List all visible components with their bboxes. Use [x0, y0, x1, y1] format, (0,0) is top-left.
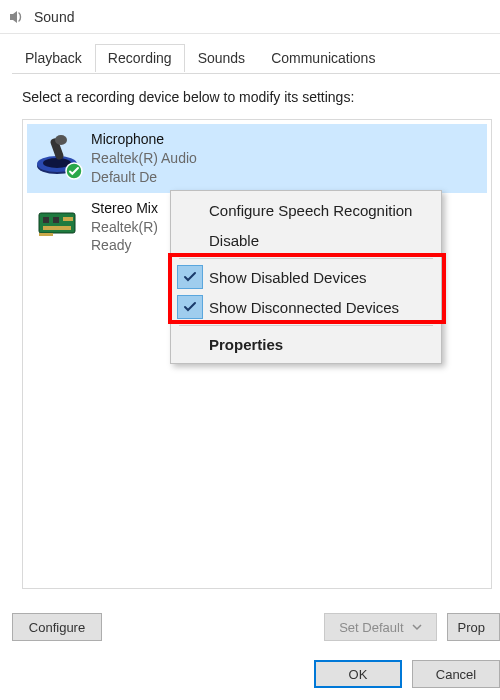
- cancel-button[interactable]: Cancel: [412, 660, 500, 688]
- ctx-check-placeholder: [177, 332, 203, 356]
- device-status: Default De: [91, 168, 197, 187]
- ctx-check-placeholder: [177, 198, 203, 222]
- microphone-icon: [33, 130, 81, 178]
- ctx-configure-speech[interactable]: Configure Speech Recognition: [173, 195, 439, 225]
- svg-rect-9: [53, 217, 59, 223]
- device-driver: Realtek(R) Audio: [91, 149, 197, 168]
- window-title: Sound: [34, 9, 74, 25]
- device-text: Microphone Realtek(R) Audio Default De: [91, 130, 197, 187]
- ctx-separator: [179, 258, 433, 259]
- soundcard-icon: [33, 199, 81, 247]
- svg-rect-11: [43, 226, 71, 230]
- device-text: Stereo Mix Realtek(R) Ready: [91, 199, 158, 256]
- properties-button[interactable]: Prop: [447, 613, 500, 641]
- check-icon: [177, 295, 203, 319]
- device-name: Microphone: [91, 130, 197, 149]
- ok-button[interactable]: OK: [314, 660, 402, 688]
- title-bar: Sound: [0, 0, 500, 34]
- dialog-buttons: OK Cancel: [314, 660, 500, 688]
- svg-rect-10: [63, 217, 73, 221]
- set-default-button[interactable]: Set Default: [324, 613, 436, 641]
- check-badge-icon: [65, 162, 83, 180]
- check-icon: [177, 265, 203, 289]
- chevron-down-icon: [412, 622, 422, 632]
- ctx-show-disconnected[interactable]: Show Disconnected Devices: [173, 292, 439, 322]
- device-name: Stereo Mix: [91, 199, 158, 218]
- device-buttons-row: Configure Set Default Prop: [12, 610, 500, 644]
- svg-rect-12: [39, 233, 53, 236]
- ctx-disable[interactable]: Disable: [173, 225, 439, 255]
- speaker-icon: [8, 8, 26, 26]
- tab-communications[interactable]: Communications: [258, 44, 388, 72]
- instruction-text: Select a recording device below to modif…: [22, 89, 492, 105]
- ctx-properties[interactable]: Properties: [173, 329, 439, 359]
- tab-sounds[interactable]: Sounds: [185, 44, 258, 72]
- device-item-microphone[interactable]: Microphone Realtek(R) Audio Default De: [27, 124, 487, 193]
- tab-playback[interactable]: Playback: [12, 44, 95, 72]
- configure-button[interactable]: Configure: [12, 613, 102, 641]
- tab-recording[interactable]: Recording: [95, 44, 185, 72]
- svg-point-4: [55, 135, 67, 145]
- device-status: Ready: [91, 236, 158, 255]
- ctx-separator: [179, 325, 433, 326]
- svg-rect-8: [43, 217, 49, 223]
- sound-dialog: Sound Playback Recording Sounds Communic…: [0, 0, 500, 700]
- tab-underline: [12, 73, 500, 74]
- tab-strip: Playback Recording Sounds Communications: [12, 44, 500, 72]
- context-menu: Configure Speech Recognition Disable Sho…: [170, 190, 442, 364]
- ctx-check-placeholder: [177, 228, 203, 252]
- ctx-show-disabled[interactable]: Show Disabled Devices: [173, 262, 439, 292]
- device-driver: Realtek(R): [91, 218, 158, 237]
